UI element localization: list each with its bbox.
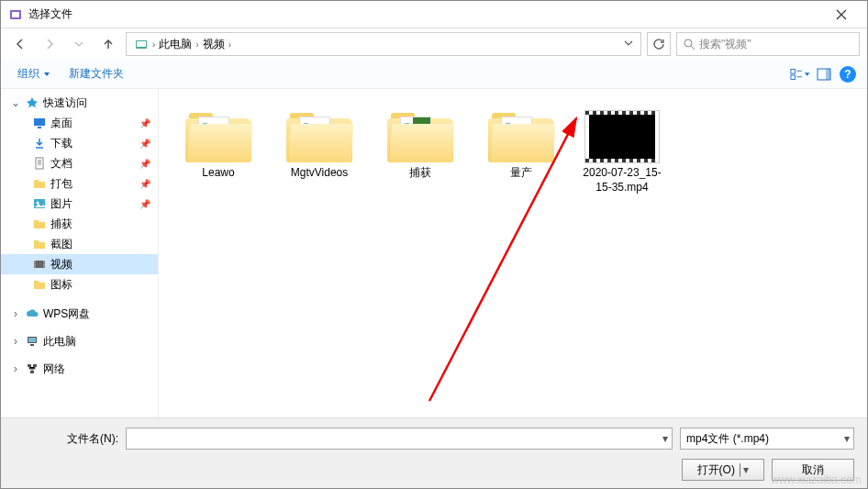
button-row: 打开(O)│▾ 取消 (14, 459, 854, 481)
search-input[interactable]: 搜索"视频" (676, 32, 860, 56)
video-icon (32, 257, 47, 272)
view-options-button[interactable] (790, 64, 810, 84)
svg-rect-9 (34, 118, 45, 126)
window-title: 选择文件 (28, 6, 823, 22)
network-icon (25, 361, 39, 376)
chevron-down-icon (74, 39, 83, 49)
path-dropdown[interactable] (620, 38, 637, 50)
doc-icon (32, 156, 47, 171)
svg-point-4 (684, 39, 692, 47)
filetype-select[interactable]: mp4文件 (*.mp4)▾ (680, 428, 854, 450)
svg-rect-5 (791, 69, 796, 73)
svg-rect-11 (36, 158, 43, 169)
preview-pane-button[interactable] (814, 64, 834, 84)
svg-rect-19 (33, 364, 37, 367)
folder-item[interactable]: 量产 (471, 106, 572, 200)
sidebar-label: 此电脑 (43, 334, 76, 350)
breadcrumb-1[interactable]: 视频 (199, 37, 228, 52)
video-item[interactable]: 2020-07-23_15-15-35.mp4 (572, 106, 673, 200)
chevron-down-icon: ▾ (844, 432, 850, 445)
sidebar-item-videos[interactable]: 视频 (1, 254, 158, 274)
svg-rect-14 (34, 261, 45, 268)
sidebar-item-documents[interactable]: 文档📌 (1, 153, 158, 173)
desktop-icon (32, 116, 47, 130)
sidebar-wps[interactable]: ›WPS网盘 (1, 304, 158, 324)
folder-item[interactable]: MgtvVideos (269, 106, 370, 200)
folder-item[interactable]: 捕获 (370, 106, 471, 200)
svg-rect-8 (826, 69, 830, 80)
filename-input[interactable]: ▾ (126, 428, 673, 450)
preview-icon (817, 68, 831, 81)
sidebar-label: WPS网盘 (43, 306, 90, 322)
sidebar-item-label: 文档 (50, 156, 72, 172)
folder-item[interactable]: Leawo (168, 106, 269, 200)
folder-icon (32, 176, 47, 191)
svg-rect-3 (137, 41, 146, 47)
toolbar: 组织 新建文件夹 ? (1, 60, 867, 89)
video-thumbnail (585, 111, 659, 162)
recent-dropdown[interactable] (67, 32, 91, 56)
sidebar-item-label: 下载 (50, 136, 72, 151)
sidebar-item-label: 图片 (50, 196, 72, 212)
app-icon (8, 7, 23, 22)
svg-rect-16 (28, 338, 36, 342)
item-label: 捕获 (409, 166, 431, 181)
expand-icon: › (10, 307, 21, 320)
sidebar-this-pc[interactable]: ›此电脑 (1, 331, 158, 351)
expand-icon: ⌄ (10, 96, 21, 109)
chevron-down-icon (624, 39, 633, 48)
sidebar-item-capture[interactable]: 捕获 (1, 214, 158, 234)
svg-rect-6 (791, 74, 796, 79)
help-button[interactable]: ? (838, 64, 858, 84)
svg-rect-20 (30, 371, 34, 373)
chevron-down-icon (43, 71, 50, 78)
content-pane[interactable]: Leawo MgtvVideos 捕获 量产 2020-07-23_15-15-… (159, 89, 867, 417)
forward-button[interactable] (38, 32, 61, 56)
refresh-button[interactable] (647, 32, 671, 56)
picture-icon (32, 196, 47, 211)
help-icon: ? (840, 66, 856, 83)
filename-label: 文件名(N): (14, 431, 118, 447)
organize-button[interactable]: 组织 (10, 62, 58, 85)
sidebar-item-desktop[interactable]: 桌面📌 (1, 113, 158, 133)
folder-icon (32, 277, 47, 292)
title-bar: 选择文件 (1, 1, 867, 28)
folder-icon (32, 217, 47, 231)
path-root-icon (130, 37, 152, 51)
sidebar-quick-access[interactable]: ⌄ 快速访问 (1, 93, 158, 113)
svg-rect-17 (30, 344, 34, 346)
download-icon (32, 136, 47, 150)
expand-icon: › (10, 335, 21, 348)
sidebar: ⌄ 快速访问 桌面📌 下载📌 文档📌 打包📌 图片📌 捕获 截图 视频 图标 ›… (1, 89, 159, 417)
breadcrumb-0[interactable]: 此电脑 (155, 37, 195, 52)
svg-rect-1 (12, 12, 19, 17)
search-icon (683, 38, 696, 50)
folder-icon (185, 111, 251, 162)
new-folder-button[interactable]: 新建文件夹 (61, 62, 131, 85)
sidebar-item-downloads[interactable]: 下载📌 (1, 133, 158, 153)
back-button[interactable] (8, 32, 32, 56)
expand-icon: › (10, 362, 21, 375)
arrow-left-icon (13, 37, 28, 51)
up-button[interactable] (96, 32, 120, 56)
open-button[interactable]: 打开(O)│▾ (682, 459, 764, 481)
sidebar-item-icons[interactable]: 图标 (1, 274, 158, 295)
nav-row: › 此电脑 › 视频 › 搜索"视频" (1, 28, 867, 60)
item-label: MgtvVideos (291, 166, 348, 181)
sidebar-item-label: 桌面 (50, 116, 72, 131)
pin-icon: 📌 (139, 139, 150, 149)
sidebar-network[interactable]: ›网络 (1, 359, 158, 379)
item-label: Leawo (202, 166, 234, 181)
main-area: ⌄ 快速访问 桌面📌 下载📌 文档📌 打包📌 图片📌 捕获 截图 视频 图标 ›… (1, 89, 867, 417)
folder-icon (488, 111, 554, 162)
svg-rect-10 (38, 127, 41, 128)
close-button[interactable] (823, 2, 860, 28)
address-bar[interactable]: › 此电脑 › 视频 › (126, 32, 641, 56)
sidebar-item-pictures[interactable]: 图片📌 (1, 194, 158, 214)
sidebar-item-screenshot[interactable]: 截图 (1, 234, 158, 254)
item-label: 量产 (510, 166, 532, 181)
close-icon (836, 9, 847, 20)
cloud-icon (25, 306, 39, 321)
chevron-down-icon (804, 71, 810, 78)
sidebar-item-package[interactable]: 打包📌 (1, 173, 158, 194)
